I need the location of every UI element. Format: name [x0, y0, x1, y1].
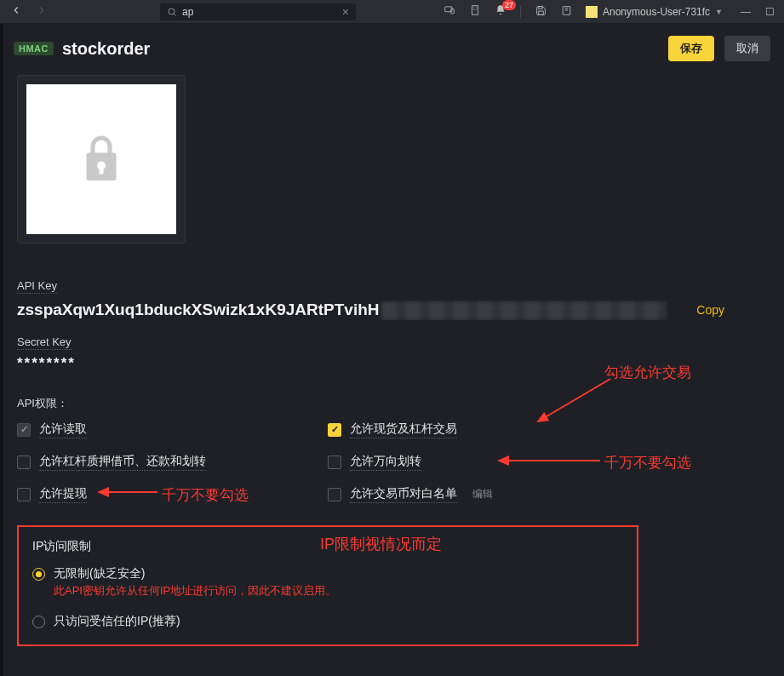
lock-icon [76, 129, 127, 189]
ip-restriction-box: IP访问限制 IP限制视情况而定 无限制(缺乏安全) 此API密钥允许从任何IP… [17, 525, 638, 646]
secret-key-value: ******** [17, 355, 767, 372]
api-key-label: API Key [17, 279, 57, 294]
window-minimize-button[interactable]: — [738, 6, 753, 18]
svg-rect-9 [538, 6, 541, 9]
checkbox-spot-margin[interactable] [328, 423, 341, 437]
perm-whitelist[interactable]: 允许交易币对白名单 编辑 [328, 486, 613, 503]
user-label: Anonymous-User-731fc [603, 6, 710, 18]
search-input[interactable] [182, 6, 337, 18]
svg-line-1 [174, 14, 175, 15]
save-button[interactable]: 保存 [668, 36, 714, 61]
page-title: stockorder [62, 39, 150, 59]
search-clear-icon[interactable]: × [342, 5, 349, 19]
checkbox-withdraw[interactable] [17, 488, 31, 501]
avatar-icon [586, 6, 598, 18]
annotation-never-1: 千万不要勾选 [604, 453, 691, 473]
api-key-redacted [381, 301, 667, 320]
devices-icon[interactable] [440, 4, 459, 19]
api-key-value: zsspaXqw1Xuq1bduckXSwizk1xK9JARtPTvihH [17, 301, 681, 320]
svg-rect-10 [538, 11, 542, 14]
ip-option-trusted[interactable]: 只访问受信任的IP(推荐) [32, 614, 623, 629]
ip-option-unrestricted[interactable]: 无限制(缺乏安全) 此API密钥允许从任何IP地址进行访问，因此不建议启用。 [32, 566, 623, 599]
ip-warning-text: 此API密钥允许从任何IP地址进行访问，因此不建议启用。 [54, 583, 336, 599]
svg-point-0 [169, 9, 175, 14]
bell-icon[interactable]: 27 [491, 4, 510, 19]
bookmark-icon[interactable] [557, 5, 575, 19]
search-icon [167, 7, 177, 17]
hmac-badge: HMAC [14, 42, 54, 55]
checkbox-whitelist[interactable] [328, 488, 341, 501]
notification-badge: 27 [502, 0, 516, 10]
svg-rect-4 [472, 6, 478, 15]
nav-forward-icon [32, 4, 51, 19]
svg-rect-11 [563, 6, 570, 14]
checkbox-read [17, 423, 31, 437]
permissions-title: API权限： [17, 396, 767, 411]
perm-universal-transfer[interactable]: 允许万向划转 [328, 454, 613, 471]
perm-spot-margin[interactable]: 允许现货及杠杆交易 [328, 421, 613, 438]
nav-back-icon[interactable] [7, 4, 26, 19]
chevron-down-icon: ▼ [715, 8, 723, 16]
user-menu[interactable]: Anonymous-User-731fc ▼ [582, 6, 726, 18]
checkbox-universal-transfer[interactable] [328, 455, 341, 469]
search-field[interactable]: × [160, 3, 356, 20]
building-icon[interactable] [466, 4, 484, 19]
qr-placeholder [17, 75, 186, 243]
cancel-button[interactable]: 取消 [724, 36, 770, 61]
secret-key-label: Secret Key [17, 335, 72, 350]
edit-whitelist-link[interactable]: 编辑 [472, 487, 493, 501]
perm-margin-transfer[interactable]: 允许杠杆质押借币、还款和划转 [17, 454, 302, 471]
window-maximize-button[interactable]: ☐ [762, 6, 777, 18]
save-disk-icon[interactable] [531, 5, 550, 19]
checkbox-margin-transfer[interactable] [17, 455, 31, 469]
title-bar: × 27 Anonymous-User-731fc ▼ — ☐ [0, 0, 784, 24]
copy-button[interactable]: Copy [696, 303, 767, 317]
radio-trusted[interactable] [32, 616, 45, 628]
svg-rect-3 [451, 9, 455, 14]
perm-withdraw[interactable]: 允许提现 [17, 486, 302, 503]
perm-read: 允许读取 [17, 421, 302, 438]
annotation-ip: IP限制视情况而定 [320, 534, 442, 554]
radio-unrestricted[interactable] [32, 568, 45, 581]
